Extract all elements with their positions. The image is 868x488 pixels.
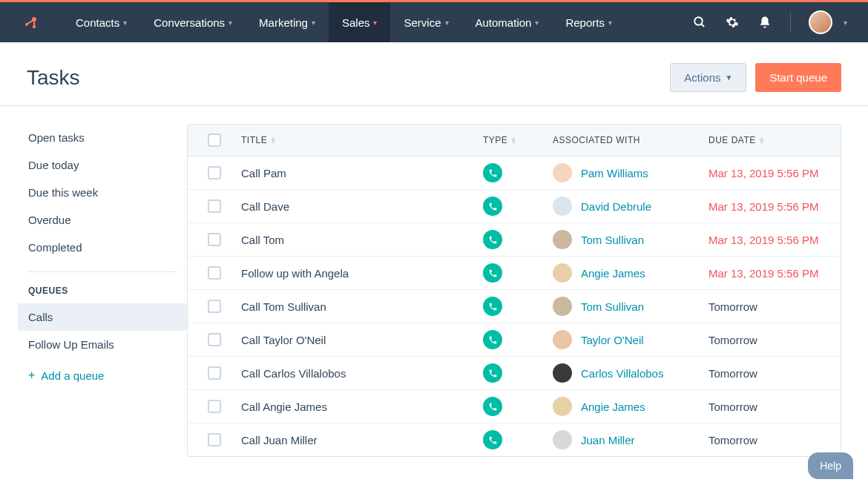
row-checkbox[interactable] bbox=[208, 333, 221, 346]
sidebar-queue-calls[interactable]: Calls bbox=[18, 303, 187, 331]
contact-avatar bbox=[553, 197, 572, 216]
column-header-title[interactable]: TITLE ▲▼ bbox=[241, 135, 483, 145]
sidebar-separator bbox=[28, 271, 177, 272]
help-button[interactable]: Help bbox=[808, 452, 853, 479]
column-header-type[interactable]: TYPE ▲▼ bbox=[483, 135, 553, 145]
nav-right: ▾ bbox=[692, 10, 847, 34]
associated-cell: Tom Sullivan bbox=[553, 230, 708, 249]
chevron-down-icon: ▾ bbox=[228, 19, 232, 27]
caret-down-icon: ▼ bbox=[726, 73, 733, 82]
main-content: Open tasks Due today Due this week Overd… bbox=[0, 106, 868, 487]
nav-item-automation[interactable]: Automation▾ bbox=[462, 2, 553, 42]
row-checkbox-cell bbox=[188, 200, 241, 213]
task-type-cell bbox=[483, 263, 553, 283]
nav-item-marketing[interactable]: Marketing▾ bbox=[246, 2, 329, 42]
nav-item-contacts[interactable]: Contacts▾ bbox=[62, 2, 140, 42]
row-checkbox-cell bbox=[188, 366, 241, 380]
associated-cell: Pam Williams bbox=[553, 163, 708, 182]
contact-link[interactable]: Carlos Villalobos bbox=[581, 367, 663, 380]
sidebar-queue-follow-up-emails[interactable]: Follow Up Emails bbox=[18, 331, 187, 358]
nav-item-sales[interactable]: Sales▾ bbox=[329, 2, 391, 42]
contact-link[interactable]: Angie James bbox=[581, 267, 645, 280]
sort-icon: ▲▼ bbox=[270, 136, 276, 144]
task-title[interactable]: Follow up with Angela bbox=[241, 267, 483, 280]
associated-cell: Tom Sullivan bbox=[553, 297, 708, 316]
svg-rect-4 bbox=[33, 21, 35, 25]
row-checkbox[interactable] bbox=[208, 233, 221, 246]
sidebar-filter-due-this-week[interactable]: Due this week bbox=[18, 179, 187, 206]
account-menu[interactable]: ▾ bbox=[809, 10, 847, 34]
search-icon[interactable] bbox=[692, 15, 707, 30]
nav-label: Contacts bbox=[76, 16, 119, 29]
table-row: Call TomTom SullivanMar 13, 2019 5:56 PM bbox=[188, 223, 841, 257]
task-title[interactable]: Call Carlos Villalobos bbox=[241, 367, 483, 380]
button-label: Start queue bbox=[769, 71, 827, 84]
contact-link[interactable]: David Debrule bbox=[581, 200, 651, 213]
svg-point-3 bbox=[33, 25, 36, 28]
sidebar-filter-completed[interactable]: Completed bbox=[18, 234, 187, 261]
due-date: Tomorrow bbox=[708, 434, 841, 446]
hubspot-logo-icon[interactable] bbox=[21, 12, 42, 33]
user-avatar bbox=[809, 10, 832, 34]
phone-icon bbox=[483, 363, 502, 383]
add-queue-button[interactable]: + Add a queue bbox=[18, 358, 187, 392]
row-checkbox[interactable] bbox=[208, 200, 221, 213]
nav-item-reports[interactable]: Reports▾ bbox=[552, 2, 625, 42]
sidebar-filter-due-today[interactable]: Due today bbox=[18, 151, 187, 179]
task-type-cell bbox=[483, 430, 553, 449]
contact-link[interactable]: Tom Sullivan bbox=[581, 234, 644, 246]
task-title[interactable]: Call Angie James bbox=[241, 400, 483, 413]
phone-icon bbox=[483, 330, 502, 349]
column-header-due[interactable]: DUE DATE ▲▼ bbox=[708, 135, 841, 145]
gear-icon[interactable] bbox=[725, 15, 740, 30]
task-title[interactable]: Call Taylor O'Neil bbox=[241, 334, 483, 346]
table-body: Call PamPam WilliamsMar 13, 2019 5:56 PM… bbox=[188, 156, 841, 456]
row-checkbox[interactable] bbox=[208, 400, 221, 413]
task-title[interactable]: Call Juan Miller bbox=[241, 434, 483, 446]
task-type-cell bbox=[483, 363, 553, 383]
contact-avatar bbox=[553, 163, 572, 182]
nav-item-service[interactable]: Service▾ bbox=[390, 2, 461, 42]
column-header-associated[interactable]: ASSOCIATED WITH bbox=[553, 135, 708, 145]
sidebar-filter-open-tasks[interactable]: Open tasks bbox=[18, 124, 187, 151]
phone-icon bbox=[483, 297, 502, 316]
start-queue-button[interactable]: Start queue bbox=[755, 63, 841, 92]
due-date: Mar 13, 2019 5:56 PM bbox=[708, 200, 841, 213]
actions-dropdown-button[interactable]: Actions ▼ bbox=[670, 63, 746, 92]
task-title[interactable]: Call Dave bbox=[241, 200, 483, 213]
nav-item-conversations[interactable]: Conversations▾ bbox=[140, 2, 246, 42]
task-title[interactable]: Call Tom Sullivan bbox=[241, 300, 483, 313]
contact-link[interactable]: Juan Miller bbox=[581, 434, 635, 446]
row-checkbox[interactable] bbox=[208, 433, 221, 446]
sidebar: Open tasks Due today Due this week Overd… bbox=[0, 124, 187, 457]
svg-line-6 bbox=[701, 24, 704, 27]
task-title[interactable]: Call Pam bbox=[241, 167, 483, 179]
associated-cell: David Debrule bbox=[553, 197, 708, 216]
chevron-down-icon: ▾ bbox=[844, 19, 847, 27]
svg-point-2 bbox=[25, 23, 28, 26]
contact-link[interactable]: Pam Williams bbox=[581, 167, 648, 179]
page-title: Tasks bbox=[27, 66, 80, 90]
task-title[interactable]: Call Tom bbox=[241, 234, 483, 246]
select-all-checkbox[interactable] bbox=[208, 133, 221, 147]
task-type-cell bbox=[483, 230, 553, 249]
main-navbar: Contacts▾ Conversations▾ Marketing▾ Sale… bbox=[0, 2, 868, 42]
bell-icon[interactable] bbox=[757, 15, 772, 30]
row-checkbox[interactable] bbox=[208, 300, 221, 313]
sidebar-filter-overdue[interactable]: Overdue bbox=[18, 206, 187, 234]
table-row: Call Taylor O'NeilTaylor O'NeilTomorrow bbox=[188, 323, 841, 357]
row-checkbox[interactable] bbox=[208, 366, 221, 380]
table-header: TITLE ▲▼ TYPE ▲▼ ASSOCIATED WITH DUE DAT… bbox=[188, 125, 841, 156]
row-checkbox[interactable] bbox=[208, 266, 221, 280]
contact-link[interactable]: Tom Sullivan bbox=[581, 300, 644, 313]
contact-link[interactable]: Angie James bbox=[581, 400, 645, 413]
add-queue-label: Add a queue bbox=[41, 369, 104, 382]
contact-link[interactable]: Taylor O'Neil bbox=[581, 334, 644, 346]
plus-icon: + bbox=[28, 369, 35, 382]
table-row: Call Angie JamesAngie JamesTomorrow bbox=[188, 390, 841, 423]
task-type-cell bbox=[483, 297, 553, 316]
select-all-column bbox=[188, 133, 241, 147]
row-checkbox[interactable] bbox=[208, 166, 221, 179]
table-row: Follow up with AngelaAngie JamesMar 13, … bbox=[188, 257, 841, 290]
nav-label: Conversations bbox=[154, 16, 225, 29]
